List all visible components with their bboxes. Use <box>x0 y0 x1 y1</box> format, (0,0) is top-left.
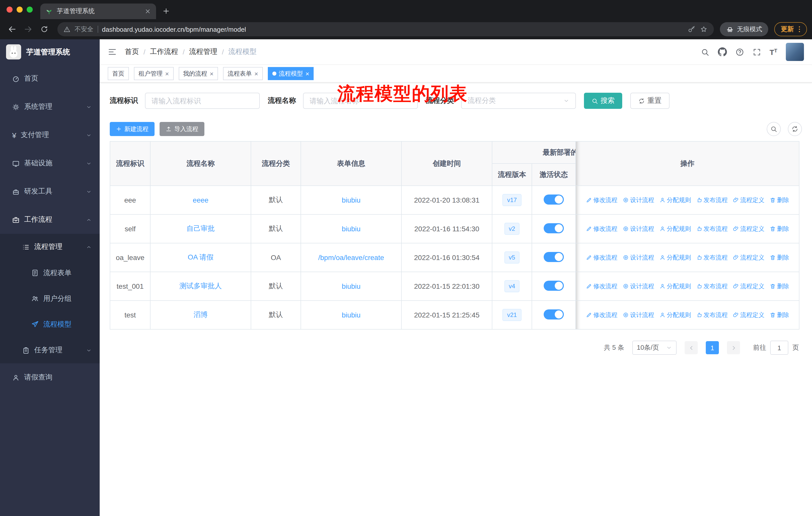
import-process-button[interactable]: 导入流程 <box>160 122 204 136</box>
logo[interactable]: 芋道管理系统 <box>0 39 100 64</box>
action-edit-link[interactable]: 修改流程 <box>586 282 617 291</box>
menu-kebab-icon[interactable] <box>795 25 804 33</box>
action-paperclip-link[interactable]: 流程定义 <box>733 311 764 319</box>
action-edit-link[interactable]: 修改流程 <box>586 224 617 233</box>
security-label[interactable]: 不安全 <box>75 25 93 33</box>
tag-流程模型[interactable]: 流程模型× <box>268 67 314 80</box>
sidebar-item-5[interactable]: 工作流程 <box>0 206 100 234</box>
sidebar-item-7[interactable]: 流程表单 <box>0 260 100 286</box>
breadcrumb-workflow[interactable]: 工作流程 <box>150 47 178 56</box>
action-trash-link[interactable]: 删除 <box>770 224 789 233</box>
action-target-link[interactable]: 设计流程 <box>622 196 654 204</box>
action-thumb-link[interactable]: 发布流程 <box>696 253 728 262</box>
breadcrumb-process-mgmt[interactable]: 流程管理 <box>189 47 218 56</box>
action-target-link[interactable]: 设计流程 <box>622 282 654 291</box>
active-toggle[interactable] <box>544 194 564 204</box>
action-trash-link[interactable]: 删除 <box>770 196 789 204</box>
active-toggle[interactable] <box>544 280 564 291</box>
action-edit-link[interactable]: 修改流程 <box>586 311 617 319</box>
sidebar-item-1[interactable]: 系统管理 <box>0 93 100 121</box>
action-edit-link[interactable]: 修改流程 <box>586 253 617 262</box>
active-toggle[interactable] <box>544 309 564 319</box>
active-toggle[interactable] <box>544 223 564 233</box>
action-thumb-link[interactable]: 发布流程 <box>696 311 728 319</box>
process-name-link[interactable]: 滔博 <box>194 310 208 319</box>
toggle-search-button[interactable] <box>767 122 781 136</box>
reload-button[interactable] <box>37 22 51 36</box>
process-name-link[interactable]: OA 请假 <box>188 253 214 261</box>
action-trash-link[interactable]: 删除 <box>770 253 789 262</box>
prev-page-button[interactable] <box>685 341 698 354</box>
close-icon[interactable]: × <box>210 70 213 77</box>
page-number-1[interactable]: 1 <box>706 341 719 354</box>
action-paperclip-link[interactable]: 流程定义 <box>733 196 764 204</box>
process-category-select[interactable]: 流程分类 <box>461 93 576 109</box>
process-name-link[interactable]: eeee <box>193 196 208 204</box>
action-edit-link[interactable]: 修改流程 <box>586 196 617 204</box>
process-key-input[interactable] <box>145 93 260 109</box>
action-person-link[interactable]: 分配规则 <box>659 196 691 204</box>
fullscreen-icon[interactable] <box>752 48 761 56</box>
breadcrumb-home[interactable]: 首页 <box>125 47 139 56</box>
github-icon[interactable] <box>718 47 727 56</box>
action-person-link[interactable]: 分配规则 <box>659 311 691 319</box>
action-person-link[interactable]: 分配规则 <box>659 224 691 233</box>
action-thumb-link[interactable]: 发布流程 <box>696 224 728 233</box>
sidebar-item-10[interactable]: 任务管理 <box>0 337 100 363</box>
zoom-window-button[interactable] <box>27 6 33 12</box>
action-person-link[interactable]: 分配规则 <box>659 253 691 262</box>
sidebar-item-3[interactable]: 基础设施 <box>0 149 100 178</box>
update-button[interactable]: 更新 <box>774 22 807 36</box>
close-window-button[interactable] <box>6 6 12 12</box>
action-target-link[interactable]: 设计流程 <box>622 311 654 319</box>
address-bar[interactable]: 不安全 dashboard.yudao.iocoder.cn/bpm/manag… <box>57 22 714 36</box>
action-target-link[interactable]: 设计流程 <box>622 253 654 262</box>
page-size-select[interactable]: 10条/页 <box>632 341 676 355</box>
form-link[interactable]: biubiu <box>342 225 361 233</box>
action-thumb-link[interactable]: 发布流程 <box>696 196 728 204</box>
active-toggle[interactable] <box>544 252 564 262</box>
next-page-button[interactable] <box>727 341 740 354</box>
action-paperclip-link[interactable]: 流程定义 <box>733 282 764 291</box>
help-icon[interactable] <box>735 48 744 56</box>
close-icon[interactable]: × <box>254 70 258 77</box>
sidebar-item-6[interactable]: 流程管理 <box>0 234 100 260</box>
refresh-table-button[interactable] <box>788 122 802 136</box>
sidebar-item-8[interactable]: 用户分组 <box>0 286 100 311</box>
minimize-window-button[interactable] <box>17 6 23 12</box>
tag-租户管理[interactable]: 租户管理× <box>134 67 173 80</box>
tag-我的流程[interactable]: 我的流程× <box>178 67 218 80</box>
action-person-link[interactable]: 分配规则 <box>659 282 691 291</box>
process-name-link[interactable]: 测试多审批人 <box>179 282 222 290</box>
close-icon[interactable]: × <box>306 70 309 77</box>
action-thumb-link[interactable]: 发布流程 <box>696 282 728 291</box>
tab-close-icon[interactable] <box>144 8 151 15</box>
forward-button[interactable] <box>21 22 35 36</box>
search-icon[interactable] <box>700 48 709 56</box>
process-name-link[interactable]: 自己审批 <box>186 224 215 232</box>
form-link[interactable]: /bpm/oa/leave/create <box>318 253 384 262</box>
sidebar-item-11[interactable]: 请假查询 <box>0 363 100 391</box>
collapse-sidebar-button[interactable] <box>108 47 117 56</box>
close-icon[interactable]: × <box>165 70 169 77</box>
action-trash-link[interactable]: 删除 <box>770 311 789 319</box>
form-link[interactable]: biubiu <box>342 311 361 319</box>
form-link[interactable]: biubiu <box>342 196 361 204</box>
passwords-icon[interactable] <box>688 25 696 33</box>
sidebar-item-2[interactable]: ¥支付管理 <box>0 121 100 149</box>
reset-button[interactable]: 重置 <box>630 93 670 109</box>
font-size-icon[interactable]: TT <box>770 48 777 56</box>
new-tab-button[interactable] <box>162 7 170 15</box>
user-avatar[interactable] <box>786 43 804 61</box>
tag-流程表单[interactable]: 流程表单× <box>223 67 263 80</box>
search-button[interactable]: 搜索 <box>584 93 622 109</box>
browser-tab[interactable]: 芋道管理系统 <box>40 3 156 19</box>
create-process-button[interactable]: 新建流程 <box>110 122 154 136</box>
sidebar-item-0[interactable]: 首页 <box>0 64 100 93</box>
action-paperclip-link[interactable]: 流程定义 <box>733 224 764 233</box>
back-button[interactable] <box>5 22 19 36</box>
action-target-link[interactable]: 设计流程 <box>622 224 654 233</box>
action-trash-link[interactable]: 删除 <box>770 282 789 291</box>
sidebar-item-9[interactable]: 流程模型 <box>0 311 100 337</box>
bookmark-icon[interactable] <box>700 25 708 33</box>
